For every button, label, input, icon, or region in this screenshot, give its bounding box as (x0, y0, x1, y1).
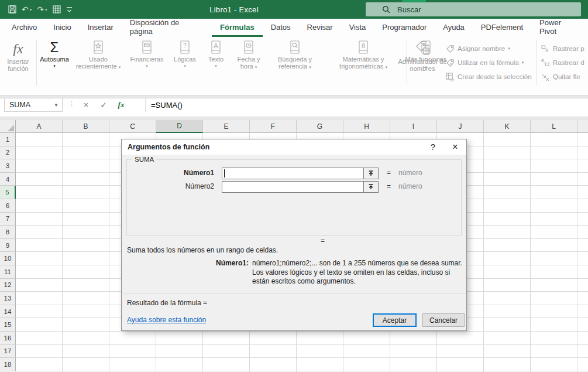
tab-ayuda[interactable]: Ayuda (435, 19, 473, 37)
tab-insertar[interactable]: Insertar (80, 19, 122, 37)
dialog-title: Argumentos de función (122, 143, 422, 151)
formula-bar-drag-handle[interactable]: ⋮ (68, 100, 75, 108)
row-header-5[interactable]: 5 (0, 186, 16, 199)
search-input[interactable]: Buscar (366, 2, 581, 16)
text-button[interactable]: A Texto ▾ (201, 37, 231, 85)
define-name-button[interactable]: Asignar nombre▾ (446, 43, 510, 54)
name-box-dropdown-icon[interactable]: ▼ (54, 103, 59, 108)
accept-button[interactable]: Aceptar (373, 313, 417, 327)
recently-used-button[interactable]: Usado recientemente ▾ (71, 37, 125, 85)
collapse-dialog-button[interactable] (363, 181, 379, 193)
row-header-13[interactable]: 13 (0, 292, 16, 305)
row-header-15[interactable]: 15 (0, 318, 16, 332)
math-trig-button[interactable]: θ Matemáticas y trigonométricas ▾ (323, 37, 404, 85)
chevron-down-icon: ▾ (53, 64, 56, 69)
insert-function-button[interactable]: fx Insertar función (1, 39, 35, 87)
dialog-title-bar[interactable]: Argumentos de función ? × (122, 139, 466, 155)
chevron-down-icon: ▾ (184, 64, 186, 69)
column-header-G[interactable]: G (297, 120, 343, 133)
column-header-C[interactable]: C (109, 120, 156, 133)
tab-programador[interactable]: Programador (374, 19, 435, 37)
row-header-18[interactable]: 18 (0, 358, 16, 371)
ribbon-tab-bar: Archivo Inicio Insertar Disposición de p… (0, 19, 588, 37)
trace-dependents-icon (541, 59, 550, 67)
row-header-4[interactable]: 4 (0, 173, 16, 186)
formula-value-equals: = (321, 237, 325, 245)
tab-datos[interactable]: Datos (263, 19, 299, 37)
function-help-link[interactable]: Ayuda sobre esta función (127, 316, 206, 324)
row-header-column: 123456789101112131415161718 (0, 133, 16, 372)
tab-power-pivot[interactable]: Power Pivot (531, 19, 588, 37)
row-header-17[interactable]: 17 (0, 345, 16, 359)
row-header-9[interactable]: 9 (0, 239, 16, 252)
financial-button[interactable]: Financieras ▾ (125, 37, 169, 85)
column-header-partial[interactable] (577, 120, 588, 133)
argument-help-label: Número1: (122, 259, 249, 267)
argument-row: Número2 = número (122, 181, 466, 193)
row-header-6[interactable]: 6 (0, 199, 16, 213)
tab-revisar[interactable]: Revisar (299, 19, 341, 37)
column-header-J[interactable]: J (437, 120, 484, 133)
row-header-12[interactable]: 12 (0, 279, 16, 292)
column-header-H[interactable]: H (343, 120, 390, 133)
row-header-7[interactable]: 7 (0, 213, 16, 226)
tab-archivo[interactable]: Archivo (4, 19, 45, 37)
row-header-8[interactable]: 8 (0, 226, 16, 239)
group-separator (537, 40, 537, 86)
logical-button[interactable]: ? Lógicas ▾ (169, 37, 201, 85)
column-header-D[interactable]: D (156, 120, 203, 133)
column-header-L[interactable]: L (531, 120, 577, 133)
select-all-button[interactable] (0, 120, 16, 133)
book-search-icon (289, 40, 301, 54)
use-in-formula-button[interactable]: fx Utilizar en la fórmula▾ (446, 57, 524, 69)
column-header-K[interactable]: K (484, 120, 531, 133)
insert-function-fx-button[interactable]: fx (112, 100, 130, 110)
sigma-icon: Σ (50, 40, 59, 54)
row-header-11[interactable]: 11 (0, 265, 16, 279)
tab-inicio[interactable]: Inicio (45, 19, 79, 37)
formula-bar-band: SUMA ▼ ⋮ × ✓ fx =SUMA() (0, 95, 588, 120)
column-header-E[interactable]: E (203, 120, 250, 133)
trace-precedents-button[interactable]: Rastrear p (541, 43, 584, 54)
trace-dependents-button[interactable]: Rastrear d (541, 57, 584, 69)
tag-fx-icon: fx (446, 59, 455, 67)
remove-arrows-button[interactable]: Quitar fle (541, 71, 580, 83)
dialog-help-button[interactable]: ? (422, 139, 444, 155)
argument-help-text: número1;número2;... son de 1 a 255 númer… (252, 259, 463, 286)
confirm-entry-button[interactable]: ✓ (95, 100, 112, 110)
tab-formulas[interactable]: Fórmulas (212, 19, 263, 37)
column-header-I[interactable]: I (390, 120, 437, 133)
row-header-1[interactable]: 1 (0, 133, 16, 146)
name-manager-button[interactable]: Administrador de nombres (397, 39, 448, 87)
numero1-input[interactable] (222, 168, 364, 179)
row-header-2[interactable]: 2 (0, 146, 16, 160)
formula-result-label: Resultado de la fórmula = (127, 299, 207, 307)
column-header-F[interactable]: F (250, 120, 297, 133)
autosum-button[interactable]: Σ Autosuma ▾ (37, 37, 71, 85)
row-header-3[interactable]: 3 (0, 159, 16, 173)
collapse-dialog-button[interactable] (363, 168, 379, 179)
tab-pdfelement[interactable]: PDFelement (473, 19, 531, 37)
column-header-B[interactable]: B (63, 120, 109, 133)
lookup-reference-button[interactable]: Búsqueda y referencia ▾ (267, 37, 323, 85)
row-header-14[interactable]: 14 (0, 305, 16, 319)
row-header-16[interactable]: 16 (0, 332, 16, 345)
tab-vista[interactable]: Vista (341, 19, 374, 37)
row-header-10[interactable]: 10 (0, 252, 16, 265)
name-box[interactable]: SUMA ▼ (4, 98, 63, 112)
dialog-close-button[interactable]: × (444, 139, 466, 155)
cancel-entry-button[interactable]: × (77, 100, 95, 110)
function-name-label: SUMA (132, 156, 156, 163)
date-time-button[interactable]: Fecha y hora ▾ (231, 37, 267, 85)
book-question-icon: ? (179, 40, 191, 54)
formula-input[interactable]: =SUMA() (151, 95, 183, 115)
chevron-down-icon: ▾ (146, 64, 148, 69)
book-clock-icon (243, 40, 255, 54)
chevron-down-icon: ▾ (522, 60, 524, 65)
collapse-arrow-icon (367, 170, 374, 177)
numero2-input[interactable] (222, 181, 364, 193)
cancel-button[interactable]: Cancelar (422, 313, 465, 327)
column-header-A[interactable]: A (16, 120, 63, 133)
tab-disposicion-de-pagina[interactable]: Disposición de página (122, 19, 212, 37)
create-from-selection-button[interactable]: Crear desde la selección (446, 71, 532, 83)
